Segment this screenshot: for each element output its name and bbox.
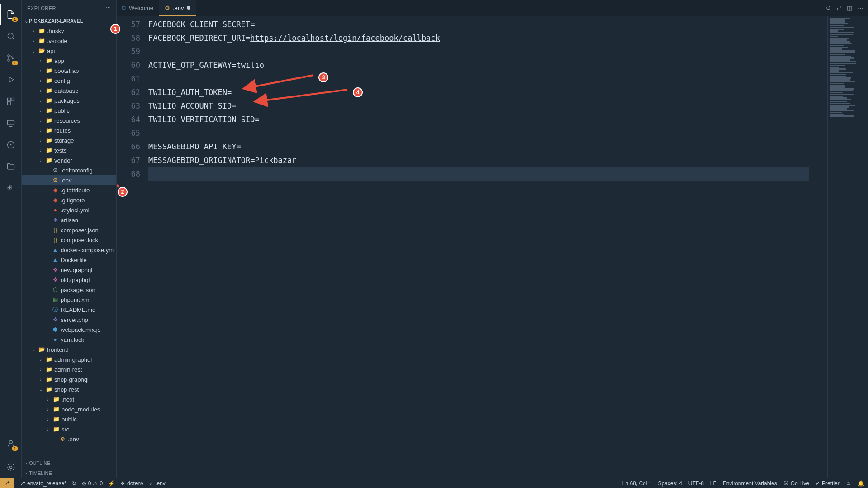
tree-item[interactable]: ❖new.graphql [22, 265, 116, 275]
code-line[interactable] [148, 167, 827, 181]
activity-debug[interactable] [0, 69, 22, 91]
tree-item[interactable]: ›📁node_modules [22, 404, 116, 414]
tree-item[interactable]: ›📁config [22, 76, 116, 86]
tree-item[interactable]: ▦phpunit.xml [22, 295, 116, 305]
tree-item[interactable]: ▲docker-compose.yml [22, 245, 116, 255]
status-problems[interactable]: ⊘0 ⚠0 [82, 480, 103, 487]
status-feedback[interactable]: ☺ [846, 480, 851, 487]
code-line[interactable]: FACEBOOK_REDIRECT_URI=https://localhost/… [148, 31, 827, 45]
timeline-section[interactable]: › TIMELINE [22, 468, 116, 478]
split-icon[interactable]: ◫ [847, 5, 852, 11]
status-position[interactable]: Ln 68, Col 1 [622, 480, 652, 487]
tree-item[interactable]: ❖old.graphql [22, 275, 116, 285]
code-line[interactable]: ACTIVE_OTP_GATEWAY=twilio [148, 58, 827, 72]
tree-item[interactable]: ›📁public [22, 105, 116, 115]
file-type-icon: ❖ [52, 267, 59, 273]
outline-section[interactable]: › OUTLINE [22, 458, 116, 468]
tree-item[interactable]: ⬢webpack.mix.js [22, 325, 116, 335]
svg-rect-4 [7, 98, 10, 101]
tree-item[interactable]: ›📁routes [22, 125, 116, 135]
tree-item[interactable]: ›📁src [22, 424, 116, 434]
code-line[interactable]: TWILIO_ACCOUNT_SID= [148, 99, 827, 113]
status-sync[interactable]: ↻ [72, 480, 76, 487]
status-language-server[interactable]: ❖ dotenv [120, 480, 143, 487]
status-golive[interactable]: ⦿ Go Live [783, 480, 809, 487]
tab-welcome[interactable]: ⧉ Welcome [117, 0, 159, 16]
tree-item[interactable]: ›📁database [22, 86, 116, 96]
history-icon[interactable]: ↺ [826, 5, 831, 11]
activity-accounts[interactable]: 1 [0, 433, 22, 455]
activity-settings[interactable] [0, 456, 22, 478]
more-icon[interactable]: ⋯ [858, 5, 863, 11]
tree-item[interactable]: ●yarn.lock [22, 335, 116, 344]
tree-item[interactable]: ◆.gitattribute [22, 185, 116, 195]
tree-item[interactable]: ⌄📁shop-rest [22, 384, 116, 394]
tree-item[interactable]: ⚙.env [22, 175, 116, 185]
compare-icon[interactable]: ⇄ [836, 5, 841, 11]
file-tree: ⌄ PICKBAZAR-LARAVEL ›📁.husky›📁.vscode⌄📂a… [22, 16, 116, 458]
sidebar-more-icon[interactable]: ⋯ [106, 5, 111, 11]
status-spaces[interactable]: Spaces: 4 [658, 480, 682, 487]
tree-item[interactable]: ⌄📂api [22, 46, 116, 56]
tree-item[interactable]: {}composer.lock [22, 235, 116, 245]
status-encoding[interactable]: UTF-8 [688, 480, 704, 487]
tree-item[interactable]: ⚙.env [22, 434, 116, 444]
chevron-down-icon: ⌄ [38, 387, 43, 392]
activity-docker[interactable] [0, 177, 22, 199]
tree-item[interactable]: ⓘREADME.md [22, 305, 116, 315]
minimap[interactable] [827, 16, 868, 478]
activity-target[interactable] [0, 134, 22, 156]
tree-item[interactable]: ›📁.husky [22, 26, 116, 36]
project-root[interactable]: ⌄ PICKBAZAR-LARAVEL [22, 16, 116, 26]
activity-extensions[interactable] [0, 91, 22, 112]
tree-item[interactable]: ›📁storage [22, 135, 116, 145]
status-port[interactable]: ⚡ [108, 480, 115, 487]
tree-item[interactable]: ◆.gitignore [22, 195, 116, 205]
status-remote[interactable]: ⎇ [0, 478, 14, 488]
tree-item[interactable]: ›📁admin-rest [22, 364, 116, 374]
code-line[interactable] [148, 126, 827, 140]
file-type-icon: 📁 [45, 127, 52, 134]
code-line[interactable] [148, 45, 827, 58]
activity-folder[interactable] [0, 156, 22, 177]
tree-item[interactable]: ›📁public [22, 414, 116, 424]
tree-item[interactable]: ›📁packages [22, 96, 116, 105]
code-content[interactable]: FACEBOOK_CLIENT_SECRET=FACEBOOK_REDIRECT… [148, 16, 827, 478]
status-file[interactable]: ✓ .env [149, 480, 166, 487]
status-branch[interactable]: ⎇ envato_release* [19, 480, 66, 487]
tree-item[interactable]: ›📁.next [22, 394, 116, 404]
code-line[interactable]: FACEBOOK_CLIENT_SECRET= [148, 18, 827, 31]
code-line[interactable]: TWILIO_VERIFICATION_SID= [148, 113, 827, 126]
tab-env[interactable]: ⚙ .env [159, 0, 196, 16]
tree-item[interactable]: ›📁admin-graphql [22, 354, 116, 364]
activity-remote[interactable] [0, 112, 22, 134]
activity-search[interactable] [0, 25, 22, 47]
tree-item[interactable]: ❖server.php [22, 315, 116, 325]
tree-item[interactable]: ›📁resources [22, 115, 116, 125]
tree-item-label: .styleci.yml [61, 207, 90, 214]
tree-item[interactable]: {}composer.json [22, 225, 116, 235]
tree-item[interactable]: ›📁tests [22, 145, 116, 155]
activity-scm[interactable]: 1 [0, 47, 22, 69]
tree-item[interactable]: ⚙.editorconfig [22, 165, 116, 175]
tree-item[interactable]: ›📁.vscode [22, 36, 116, 46]
code-line[interactable]: MESSAGEBIRD_ORIGINATOR=Pickbazar [148, 153, 827, 167]
status-prettier[interactable]: ✓ Prettier [816, 480, 840, 487]
tree-item[interactable]: ❖artisan [22, 215, 116, 225]
status-eol[interactable]: LF [710, 480, 716, 487]
tree-item[interactable]: ›📁bootstrap [22, 66, 116, 76]
code-line[interactable]: MESSAGEBIRD_API_KEY= [148, 140, 827, 153]
activity-explorer[interactable]: 1 [0, 4, 22, 25]
tree-item[interactable]: ›📁shop-graphql [22, 374, 116, 384]
code-line[interactable] [148, 72, 827, 86]
code-line[interactable]: TWILIO_AUTH_TOKEN= [148, 86, 827, 99]
file-type-icon: ⬡ [52, 287, 59, 293]
tree-item[interactable]: ›📁app [22, 56, 116, 66]
tree-item[interactable]: ●.styleci.yml [22, 205, 116, 215]
status-language[interactable]: Environment Variables [723, 480, 777, 487]
status-bell[interactable]: 🔔 [858, 480, 864, 487]
tree-item[interactable]: ▲Dockerfile [22, 255, 116, 265]
tree-item[interactable]: ⌄📂frontend [22, 344, 116, 354]
tree-item[interactable]: ⬡package.json [22, 285, 116, 295]
tree-item[interactable]: ›📁vendor [22, 155, 116, 165]
